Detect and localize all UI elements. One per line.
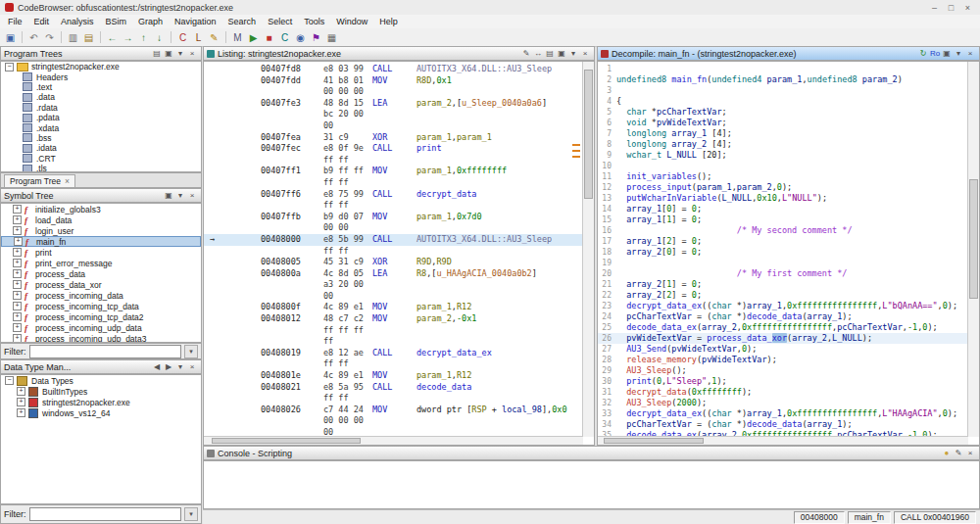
menu-tools[interactable]: Tools [298, 17, 330, 26]
tree-item-xdata[interactable]: .xdata [1, 122, 201, 132]
scrollbar-thumb[interactable] [969, 179, 978, 299]
copy-icon[interactable]: ▥ [66, 30, 80, 44]
listing-line[interactable]: 00 00 00 [204, 415, 594, 427]
menu-window[interactable]: Window [330, 17, 373, 26]
symbol-process-data[interactable]: +fprocess_data [1, 268, 201, 279]
expander-icon[interactable]: − [5, 376, 14, 385]
decompile-line[interactable]: 31 decrypt_data(0xffffffff); [598, 387, 979, 398]
decompile-line[interactable]: 29 AU3_Sleep(); [598, 365, 979, 376]
menu-graph[interactable]: Graph [132, 17, 169, 26]
edit-icon[interactable]: ✎ [520, 48, 532, 60]
snapshot-icon[interactable]: ▦ [324, 30, 339, 44]
listing-line[interactable]: 0040801e4c 89 e1MOVparam_1,R12 [204, 370, 594, 382]
expander-icon[interactable]: + [13, 312, 22, 321]
stop-icon[interactable]: ■ [262, 30, 276, 44]
decompile-line[interactable]: 16 /* My second comment */ [598, 225, 979, 236]
filter-options-icon[interactable]: ▾ [184, 507, 198, 521]
decompile-vscrollbar[interactable] [967, 62, 979, 437]
forward-icon[interactable]: ▶ [163, 361, 174, 373]
edit-icon[interactable]: ✎ [207, 30, 221, 44]
refresh-icon[interactable]: ↻ [917, 48, 929, 60]
expander-icon[interactable]: + [17, 387, 25, 396]
decompile-line[interactable]: 27 AU3_Send(pvWideTextVar,0); [598, 344, 979, 355]
menu-analysis[interactable]: Analysis [55, 17, 100, 26]
snapshot-icon[interactable]: ▣ [556, 48, 567, 60]
console-panel[interactable] [203, 460, 980, 509]
decompile-line[interactable]: 17 array_1[2] = 0; [598, 236, 979, 247]
lock-icon[interactable]: ● [941, 448, 953, 459]
listing-line[interactable]: 00 00 [204, 222, 594, 234]
create-label-icon[interactable]: L [191, 30, 206, 44]
tree-item-bss[interactable]: .bss [1, 133, 201, 143]
expander-icon[interactable]: + [13, 248, 22, 257]
close-icon[interactable]: × [579, 48, 591, 60]
minimize-button[interactable]: – [927, 3, 942, 13]
menu-bsim[interactable]: BSim [100, 17, 133, 26]
decompile-line[interactable]: 33 decrypt_data_ex((char *)array_1,0xfff… [598, 408, 979, 419]
symbol-initialize-globals3[interactable]: +finitialize_globals3 [1, 204, 201, 214]
decompile-line[interactable]: 34 pcCharTextVar = (char *)decode_data(a… [598, 419, 979, 430]
run-script-icon[interactable]: ▶ [246, 30, 261, 44]
symbol-login-user[interactable]: +flogin_user [1, 225, 201, 236]
navigate-forward-icon[interactable]: → [121, 30, 135, 44]
listing-line[interactable]: 00 [204, 291, 594, 303]
snapshot-icon[interactable]: ▣ [163, 48, 174, 60]
expander-icon[interactable]: + [13, 269, 22, 278]
tree-item-crt[interactable]: .CRT [1, 154, 201, 164]
listing-line[interactable]: 0040801248 c7 c2MOVparam_2,-0x1 [204, 313, 594, 325]
toggle-icon[interactable]: ↔ [532, 48, 544, 60]
listing-line[interactable]: 00407ffbb9 d0 07MOVparam_1,0x7d0 [204, 212, 594, 223]
listing-line[interactable]: 00407ff1b9 ff ffMOVparam_1,0xffffffff [204, 166, 594, 177]
close-button[interactable]: × [960, 3, 975, 13]
listing-line[interactable]: ff ff [204, 393, 594, 405]
listing-line[interactable]: ff ff [204, 358, 594, 370]
tree-item-data[interactable]: .data [1, 92, 201, 102]
menu-icon[interactable]: ▾ [567, 48, 579, 60]
menu-icon[interactable]: ▾ [953, 48, 964, 60]
listing-line[interactable]: ff ff [204, 155, 594, 167]
decompile-line[interactable]: 24 pcCharTextVar = (char *)decode_data(a… [598, 311, 979, 322]
listing-line[interactable]: 00407fe348 8d 15LEAparam_2,[u_Sleep_0040… [204, 98, 594, 110]
expander-icon[interactable]: + [17, 408, 25, 417]
listing-line[interactable]: 0040800545 31 c9XORR9D,R9D [204, 257, 594, 268]
decompile-line[interactable]: 6 void *pvWideTextVar; [598, 118, 979, 128]
decompile-line[interactable]: 28 release_memory(pvWideTextVar); [598, 355, 979, 365]
symbol-print[interactable]: +fprint [1, 247, 201, 258]
decompile-line[interactable]: 26 pvWideTextVar = process_data_xor(arra… [598, 333, 979, 344]
close-icon[interactable]: × [186, 48, 198, 60]
readonly-badge[interactable]: Ro [929, 48, 941, 60]
tree-root[interactable]: −stringtest2nopacker.exe [1, 62, 201, 71]
listing-line[interactable]: bc 20 00 [204, 109, 594, 120]
listing-line[interactable]: 00408026c7 44 24MOVdword ptr [RSP + loca… [204, 405, 594, 416]
listing-line[interactable]: 00 00 00 [204, 86, 594, 98]
symbol-load-data[interactable]: +fload_data [1, 214, 201, 225]
decompile-line[interactable]: 19 [598, 258, 979, 268]
expander-icon[interactable]: + [13, 280, 22, 289]
save-icon[interactable]: ▣ [3, 30, 18, 44]
expander-icon[interactable]: + [13, 226, 22, 235]
tree-item-rdata[interactable]: .rdata [1, 103, 201, 113]
listing-line[interactable]: ff ff ff [204, 325, 594, 337]
decompile-line[interactable]: 2undefined8 main_fn(undefined4 param_1,u… [598, 74, 979, 85]
tree-item-tls[interactable]: .tls [1, 164, 201, 172]
menu-navigation[interactable]: Navigation [169, 17, 222, 26]
snapshot-icon[interactable]: ▣ [163, 190, 174, 202]
menu-icon[interactable]: ▾ [174, 190, 186, 202]
maximize-button[interactable]: □ [944, 3, 958, 13]
symbol-process-incoming-tcp-data2[interactable]: +fprocess_incoming_tcp_data2 [1, 311, 201, 322]
datatype-windows-vs12-64[interactable]: +windows_vs12_64 [1, 407, 201, 418]
decompile-line[interactable]: 11 init_variables(); [598, 171, 979, 182]
decompile-line[interactable]: 3 [598, 85, 979, 96]
listing-line[interactable]: 00407fd8e8 03 99CALLAUTOITX3_X64.DLL::AU… [204, 64, 594, 75]
decompile-line[interactable]: 5 char *pcCharTextVar; [598, 107, 979, 118]
symbol-print-error-message[interactable]: +fprint_error_message [1, 258, 201, 268]
memory-map-icon[interactable]: M [230, 30, 245, 44]
scrollbar-thumb[interactable] [212, 438, 361, 444]
datatype-builtintypes[interactable]: +BuiltInTypes [1, 386, 201, 397]
decompile-line[interactable]: 25 decode_data_ex(array_2,0xffffffffffff… [598, 322, 979, 333]
symbol-process-incoming-udp-data[interactable]: +fprocess_incoming_udp_data [1, 322, 201, 333]
listing-line[interactable]: ff [204, 336, 594, 348]
expander-icon[interactable]: + [13, 334, 22, 343]
close-icon[interactable]: × [964, 448, 976, 459]
data-type-filter-input[interactable] [29, 507, 182, 521]
